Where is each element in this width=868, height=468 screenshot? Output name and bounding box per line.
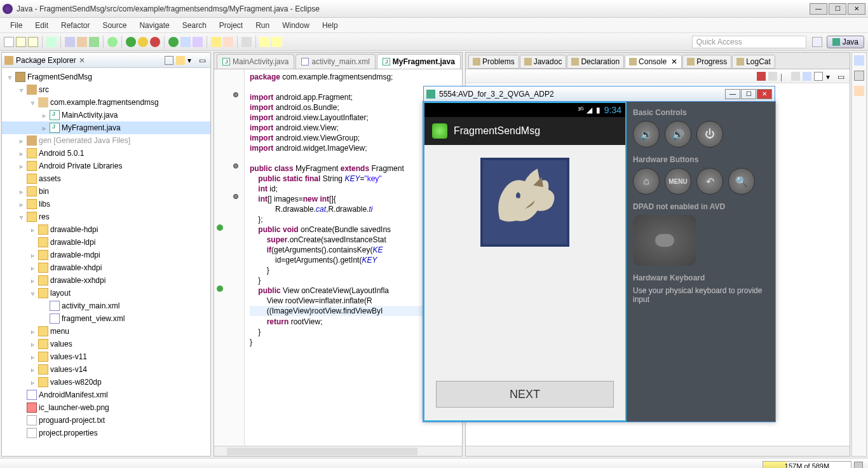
emulator-close-button[interactable]: ✕ [757,89,772,99]
open-perspective-icon[interactable] [812,37,822,47]
expand-icon[interactable]: ▹ [17,188,25,195]
editor-tab[interactable]: MyFragment.java [377,54,461,69]
emulator-minimize-button[interactable]: — [725,89,740,99]
expand-icon[interactable]: ▹ [29,354,36,361]
menu-window[interactable]: Window [276,19,316,32]
tree-item[interactable]: ▹libs [2,198,210,210]
tree-item[interactable]: activity_main.xml [2,299,210,312]
terminate-icon[interactable] [757,72,766,81]
expand-icon[interactable]: ▹ [29,379,36,386]
tree-item[interactable]: ▹bin [2,185,210,198]
tree-item[interactable]: AndroidManifest.xml [2,389,210,401]
tree-item[interactable]: ▿layout [2,287,210,299]
tree-item[interactable]: proguard-project.txt [2,414,210,427]
console-scrollbar[interactable] [466,446,850,456]
tree-item[interactable]: ▹values-v11 [2,350,210,363]
expand-icon[interactable]: ▿ [29,290,36,297]
maximize-button[interactable]: ☐ [829,3,846,15]
tree-item[interactable]: ▹MainActivity.java [2,109,210,121]
back-button[interactable]: ↶ [696,168,723,195]
display-selected-icon[interactable]: ▾ [825,72,834,81]
task-list-icon[interactable] [854,86,864,96]
remove-launch-icon[interactable] [768,72,777,81]
scroll-lock-icon[interactable] [803,72,811,81]
close-button[interactable]: ✕ [848,3,865,15]
fold-icon[interactable] [233,163,238,169]
expand-icon[interactable]: ▹ [29,341,36,348]
tree-item[interactable]: project.properties [2,427,210,439]
expand-icon[interactable]: ▹ [29,328,36,335]
view-tab-declaration[interactable]: Declaration [567,55,624,69]
tree-item[interactable]: assets [2,172,210,185]
view-tab-javadoc[interactable]: Javadoc [520,55,567,69]
expand-icon[interactable]: ▹ [17,137,25,144]
editor-tab[interactable]: MainActivity.java [217,54,294,69]
tree-item[interactable]: ▹drawable-xxhdpi [2,274,210,287]
tree-item[interactable]: ▹values [2,338,210,350]
view-tab-problems[interactable]: Problems [468,55,519,69]
volume-up-button[interactable]: 🔊 [665,121,691,148]
home-button[interactable]: ⌂ [633,168,660,195]
run-icon[interactable] [126,37,136,47]
tree-item[interactable]: ▹menu [2,325,210,338]
run-last-icon[interactable] [107,37,118,47]
save-all-icon[interactable] [28,37,38,47]
tree-item[interactable]: drawable-ldpi [2,236,210,249]
override-icon[interactable] [217,286,223,292]
tree-item[interactable]: ▿FragmentSendMsg [2,71,210,83]
menu-search[interactable]: Search [176,19,213,32]
avd-manager-icon[interactable] [89,37,99,47]
menu-run[interactable]: Run [249,19,276,32]
tree-item[interactable]: ▹Android Private Libraries [2,160,210,172]
forward-icon[interactable] [272,37,282,47]
volume-down-button[interactable]: 🔉 [633,121,660,148]
tree-item[interactable]: ▹values-w820dp [2,376,210,389]
menu-project[interactable]: Project [213,19,249,32]
java-perspective-button[interactable]: Java [827,36,864,48]
menu-source[interactable]: Source [96,19,133,32]
tree-item[interactable]: ic_launcher-web.png [2,401,210,414]
menu-refactor[interactable]: Refactor [55,19,96,32]
expand-icon[interactable]: ▹ [40,125,48,132]
expand-icon[interactable]: ▹ [29,226,36,233]
tree-item[interactable]: ▿src [2,83,210,96]
toggle-mark-icon[interactable] [241,37,252,47]
tree-item[interactable]: ▹drawable-mdpi [2,249,210,261]
tree-item[interactable]: ▿res [2,210,210,223]
new-package-icon[interactable] [180,37,191,47]
menu-navigate[interactable]: Navigate [133,19,175,32]
search-button[interactable]: 🔍 [728,168,755,195]
emulator-screen[interactable]: ³ᴳ ◢ ▮ 9:34 FragmentSendMsg NEXT [423,102,627,422]
open-console-icon[interactable]: ▭ [837,72,846,81]
collapse-all-icon[interactable] [165,56,173,65]
tree-item[interactable]: fragment_view.xml [2,312,210,325]
menu-button[interactable]: MENU [665,168,691,195]
override-icon[interactable] [217,224,223,231]
horizontal-scrollbar[interactable] [227,448,417,455]
expand-icon[interactable]: ▹ [29,277,36,284]
outline-icon[interactable] [854,71,864,81]
new-class-icon[interactable] [193,37,203,47]
back-icon[interactable] [260,37,270,47]
debug-icon[interactable] [46,37,57,47]
clear-console-icon[interactable] [791,72,800,81]
tree-item[interactable]: ▹MyFragment.java [2,121,210,134]
tree-item[interactable]: ▹values-v14 [2,363,210,376]
gc-icon[interactable] [854,462,863,469]
expand-icon[interactable]: ▿ [17,86,25,93]
menu-edit[interactable]: Edit [29,19,55,32]
expand-icon[interactable]: ▿ [6,74,13,81]
expand-icon[interactable]: ▹ [17,201,25,208]
debug-run-icon[interactable] [138,37,148,47]
close-tab-icon[interactable]: ✕ [671,57,677,66]
minimize-panel-icon[interactable]: ▭ [199,56,208,65]
restore-view-icon[interactable] [854,55,864,65]
android-sdk-icon[interactable] [77,37,87,47]
expand-icon[interactable]: ▹ [40,112,48,119]
tree-item[interactable]: ▹drawable-hdpi [2,223,210,236]
tree-item[interactable]: ▿com.example.fragmentsendmsg [2,96,210,109]
quick-access-input[interactable]: Quick Access [692,36,806,48]
stop-icon[interactable] [150,37,160,47]
expand-icon[interactable]: ▹ [29,252,36,259]
view-tab-progress[interactable]: Progress [682,55,731,69]
